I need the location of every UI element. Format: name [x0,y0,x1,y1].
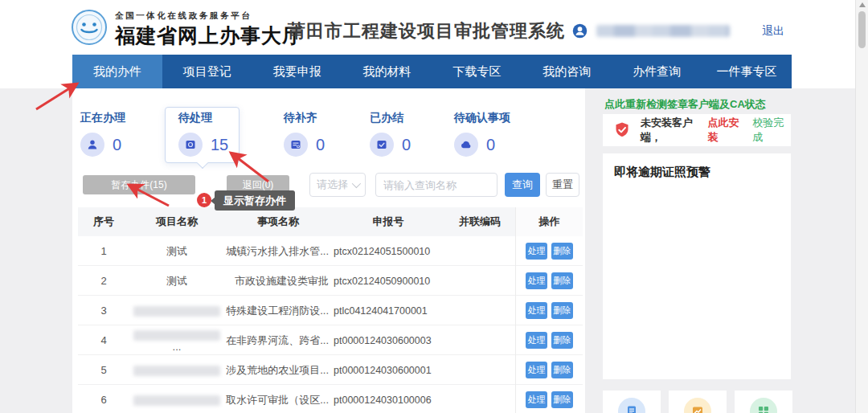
handle-button[interactable]: 处理 [526,391,547,408]
cell-project [129,305,224,317]
cell-no: 3 [78,305,129,317]
nav-tab-4[interactable]: 我的材料 [342,55,432,88]
status-tab-3[interactable]: 待补齐0 [284,111,325,157]
status-count: 15 [211,136,228,154]
supplement-doc-icon [284,133,308,157]
delete-button[interactable]: 删除 [551,272,573,289]
column-header: 项目名称 [129,215,224,229]
cell-item: 城镇污水排入排水管... [224,244,332,259]
cell-actions: 处理删除 [515,385,583,413]
status-tab-1[interactable]: 正在办理0 [80,111,125,157]
filter-select-value: 请选择 [317,178,348,192]
ca-recheck-link[interactable]: 点此重新检测签章客户端及CA状态 [604,97,766,112]
cell-item: 在非跨界河流、跨省... [224,333,332,348]
main-nav: 我的办件项目登记我要申报我的材料下载专区我的咨询办件查询一件事专区 [72,55,792,88]
scrollbar-thumb[interactable] [858,11,866,48]
delete-button[interactable]: 删除 [551,391,573,408]
nav-tab-7[interactable]: 办件查询 [612,55,702,88]
nav-tab-8[interactable]: 一件事专区 [702,55,792,88]
cell-app-no: ptcx02124050900010 [332,276,444,287]
cell-item: 涉及荒地的农业项目... [224,363,332,378]
cell-app-no: pt0000124030100006 [332,395,444,406]
main-content-card: 正在办理0待处理15待补齐0已办结0待确认事项0 暂存办件(15) 退回(0) … [72,88,585,413]
reset-button[interactable]: 重置 [546,173,579,197]
cell-no: 6 [78,394,129,406]
nav-tab-6[interactable]: 我的咨询 [522,55,612,88]
cell-project: ... [129,328,224,352]
table-row: 1测试城镇污水排入排水管...ptcx02124051500010处理删除 [78,236,583,266]
column-header: 操作 [515,207,583,236]
nav-tab-3[interactable]: 我要申报 [252,55,342,88]
column-header: 序号 [78,215,129,229]
column-header: 并联编码 [444,215,515,229]
status-count: 0 [113,136,121,154]
cell-project [129,364,224,376]
logo-icon [71,9,108,46]
status-count: 0 [316,136,325,154]
nav-tab-5[interactable]: 下载专区 [432,55,522,88]
cell-actions: 处理删除 [515,325,583,355]
client-status-card: 未安装客户端， 点此安装 校验完成 [603,114,791,146]
search-input[interactable] [375,173,497,197]
status-tab-2[interactable]: 待处理15 [178,111,228,157]
table-row: 2测试市政设施建设类审批ptcx02124050900010处理删除 [78,266,583,296]
person-icon [80,133,104,157]
expiry-warning-card: 即将逾期证照预警 [603,153,791,379]
handle-button[interactable]: 处理 [526,362,547,378]
quick-card-chart[interactable] [669,391,727,413]
cell-app-no: pt0000124030600003 [332,335,444,346]
nav-tab-1[interactable]: 我的办件 [72,55,162,88]
annotation-tooltip: 显示暂存办件 [215,190,295,211]
scrollbar-up-arrow[interactable] [859,2,866,7]
table-row: 6取水许可审批（设区...pt0000124030100006处理删除 [78,385,583,413]
document-icon [618,398,645,413]
table-body: 1测试城镇污水排入排水管...ptcx02124051500010处理删除2测试… [78,236,583,413]
cell-app-no: ptlc04124041700001 [332,305,444,317]
table-row: 4 ...在非跨界河流、跨省...pt0000124030600003处理删除 [78,325,583,355]
scrollbar[interactable] [855,0,868,413]
handle-button[interactable]: 处理 [526,332,547,349]
redacted-text [133,366,220,376]
status-tab-label: 待处理 [178,111,228,125]
install-link[interactable]: 点此安装 [708,116,747,145]
search-button[interactable]: 查询 [505,173,540,197]
cell-no: 4 [78,334,129,346]
stash-items-button[interactable]: 暂存办件(15) [83,175,195,194]
nav-tab-2[interactable]: 项目登记 [162,55,252,88]
cell-item: 特殊建设工程消防设... [224,304,332,318]
delete-button[interactable]: 删除 [551,302,573,319]
chart-icon [684,398,711,413]
redacted-text [133,395,220,406]
quick-card-document[interactable] [603,391,661,413]
cell-actions: 处理删除 [515,355,583,385]
logout-link[interactable]: 退出 [762,24,784,39]
cell-actions: 处理删除 [515,266,583,296]
quick-card-grid[interactable] [735,391,792,413]
page-title: 莆田市工程建设项目审批管理系统 [288,19,565,43]
cell-actions: 处理删除 [515,236,583,266]
status-count: 0 [402,136,411,154]
verify-status-text: 校验完成 [752,116,791,145]
platform-name-small: 全国一体化在线政务服务平台 [115,10,303,22]
cell-project [129,394,224,406]
status-count: 0 [486,136,495,154]
status-tab-label: 待补齐 [284,111,325,125]
delete-button[interactable]: 删除 [551,332,573,349]
column-header: 事项名称 [224,215,332,229]
status-tab-4[interactable]: 已办结0 [370,111,411,157]
shield-icon [613,121,631,139]
status-tab-5[interactable]: 待确认事项0 [454,111,510,157]
status-tab-label: 正在办理 [80,111,125,125]
handle-button[interactable]: 处理 [526,272,547,289]
user-icon [572,23,588,39]
cell-no: 1 [78,245,129,257]
cell-app-no: ptcx02124051500010 [332,246,444,257]
cell-actions: 处理删除 [515,296,583,325]
filter-select[interactable]: 请选择 [309,173,366,197]
delete-button[interactable]: 删除 [551,362,573,378]
handle-button[interactable]: 处理 [526,302,547,319]
grid-icon [750,398,777,413]
handle-button[interactable]: 处理 [526,243,547,260]
delete-button[interactable]: 删除 [551,243,573,260]
redacted-text [133,330,220,341]
